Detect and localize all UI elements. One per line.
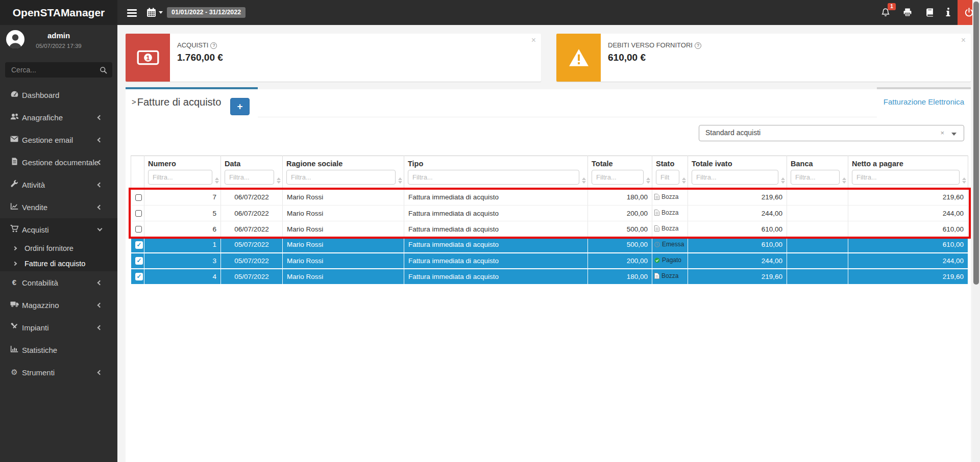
tab-fatture-di-acquisto[interactable]: >Fatture di acquisto + xyxy=(126,87,258,117)
table-row-invoice-1[interactable]: ✓105/07/2022Mario RossiFattura immediata… xyxy=(131,237,968,253)
docs-book-icon[interactable] xyxy=(925,8,934,19)
scrollbar-thumb[interactable] xyxy=(973,2,979,285)
help-icon[interactable]: ? xyxy=(695,42,701,49)
filter-input-netto-a-pagare[interactable] xyxy=(852,170,960,185)
sort-icons[interactable] xyxy=(962,175,966,186)
sidebar-item-anagrafiche[interactable]: Anagrafiche xyxy=(0,106,117,129)
help-icon[interactable]: ? xyxy=(210,42,217,49)
column-header-totale[interactable]: Totale xyxy=(588,156,652,169)
column-header-netto-a-pagare[interactable]: Netto a pagare xyxy=(848,156,968,169)
filter-cell-totale xyxy=(588,169,652,190)
select-clear-icon[interactable]: × xyxy=(940,129,944,137)
tab-title-text: Fatture di acquisto xyxy=(137,96,222,108)
table-row-invoice-6[interactable]: 606/07/2022Mario RossiFattura immediata … xyxy=(131,221,968,237)
sort-icons[interactable] xyxy=(398,175,402,186)
filter-input-stato[interactable] xyxy=(656,170,679,185)
checkbox-icon[interactable] xyxy=(135,194,142,201)
column-header-data[interactable]: Data xyxy=(221,156,283,169)
checkbox-checked-icon[interactable]: ✓ xyxy=(135,257,143,265)
sort-icons[interactable] xyxy=(582,175,586,186)
cell-data: 05/07/2022 xyxy=(221,269,283,285)
sidebar-item-label: Impianti xyxy=(22,323,49,332)
chevron-left-icon xyxy=(97,183,103,188)
sort-icons[interactable] xyxy=(682,175,686,186)
sidebar-subitem-fatture-di-acquisto[interactable]: Fatture di acquisto xyxy=(0,256,117,271)
cell-tipo: Fattura immediata di acquisto xyxy=(404,221,588,237)
cell-tipo: Fattura immediata di acquisto xyxy=(404,269,588,285)
sidebar-item-statistiche[interactable]: Statistiche xyxy=(0,339,117,361)
column-header-numero[interactable]: Numero xyxy=(144,156,221,169)
filter-input-ragione-sociale[interactable] xyxy=(286,170,396,185)
checkbox-checked-icon[interactable]: ✓ xyxy=(135,273,143,280)
sidebar-item-impianti[interactable]: Impianti xyxy=(0,316,117,339)
sidebar-subitem-ordini-fornitore[interactable]: Ordini fornitore xyxy=(0,241,117,256)
cell-cb: ✓ xyxy=(131,237,144,253)
cell-totale_ivato: 219,60 xyxy=(688,269,787,285)
sidebar-item-acquisti[interactable]: Acquisti xyxy=(0,218,117,241)
sort-icons[interactable] xyxy=(842,175,846,186)
cell-totale: 180,00 xyxy=(588,269,652,285)
filter-input-totale-ivato[interactable] xyxy=(692,170,778,185)
sidebar-item-attivit-[interactable]: Attività xyxy=(0,173,117,196)
cell-totale: 200,00 xyxy=(588,206,652,221)
sidebar-item-magazzino[interactable]: Magazzino xyxy=(0,294,117,316)
info-icon[interactable] xyxy=(946,7,951,19)
sort-icons[interactable] xyxy=(646,175,650,186)
date-range-badge[interactable]: 01/01/2022 - 31/12/2022 xyxy=(167,7,246,18)
sort-icons[interactable] xyxy=(277,175,281,186)
user-name: admin xyxy=(0,31,117,40)
table-row-invoice-5[interactable]: 506/07/2022Mario RossiFattura immediata … xyxy=(131,206,968,221)
module-select[interactable]: Standard acquisti × xyxy=(699,125,964,141)
chevron-left-icon xyxy=(97,325,103,330)
user-datetime: 05/07/2022 17:39 xyxy=(0,43,117,49)
checkbox-icon[interactable] xyxy=(135,226,142,233)
calendar-icon[interactable] xyxy=(146,8,156,19)
cell-tipo: Fattura immediata di acquisto xyxy=(404,253,588,269)
sidebar-item-vendite[interactable]: Vendite xyxy=(0,196,117,218)
table-row-invoice-3[interactable]: ✓305/07/2022Mario RossiFattura immediata… xyxy=(131,253,968,269)
euro-icon: € xyxy=(9,278,19,287)
column-header-stato[interactable]: Stato xyxy=(652,156,688,169)
hamburger-menu-icon[interactable] xyxy=(127,9,137,18)
search-icon[interactable] xyxy=(100,66,107,74)
filter-input-totale[interactable] xyxy=(592,170,644,185)
sort-icons[interactable] xyxy=(215,175,219,186)
sort-icons[interactable] xyxy=(781,175,785,186)
filter-cell-tipo xyxy=(404,169,588,190)
sidebar-item-gestione-documentale[interactable]: Gestione documentale xyxy=(0,151,117,173)
filter-cell-stato xyxy=(652,169,688,190)
cell-ragione_sociale: Mario Rossi xyxy=(283,253,404,269)
issued-icon xyxy=(654,242,660,249)
table-row-invoice-4[interactable]: ✓405/07/2022Mario RossiFattura immediata… xyxy=(131,269,968,285)
column-header-tipo[interactable]: Tipo xyxy=(404,156,588,169)
chevron-right-icon xyxy=(13,246,17,250)
cell-numero: 6 xyxy=(144,221,221,237)
topbar: OpenSTAManager 01/01/2022 - 31/12/2022 1 xyxy=(0,0,980,25)
table-row-invoice-7[interactable]: 706/07/2022Mario RossiFattura immediata … xyxy=(131,190,968,206)
close-icon[interactable]: × xyxy=(531,36,536,45)
add-invoice-button[interactable]: + xyxy=(230,98,250,115)
cell-stato: Bozza xyxy=(652,269,688,285)
column-header-ragione-sociale[interactable]: Ragione sociale xyxy=(283,156,404,169)
column-header-banca[interactable]: Banca xyxy=(787,156,848,169)
filter-input-banca[interactable] xyxy=(791,170,840,185)
checkbox-checked-icon[interactable]: ✓ xyxy=(135,241,143,249)
bar-chart-icon xyxy=(9,346,19,354)
sidebar-item-label: Anagrafiche xyxy=(22,113,63,122)
fatturazione-elettronica-link[interactable]: Fatturazione Elettronica xyxy=(884,97,964,106)
filter-input-data[interactable] xyxy=(225,170,274,185)
sidebar-item-contabilit-[interactable]: €Contabilità xyxy=(0,271,117,294)
filter-input-numero[interactable] xyxy=(148,170,212,185)
print-icon[interactable] xyxy=(903,8,912,19)
filter-input-tipo[interactable] xyxy=(408,170,579,185)
close-icon[interactable]: × xyxy=(961,36,966,45)
cell-totale: 500,00 xyxy=(588,221,652,237)
sidebar-item-gestione-email[interactable]: Gestione email xyxy=(0,129,117,151)
column-header-totale-ivato[interactable]: Totale ivato xyxy=(688,156,787,169)
sidebar-item-dashboard[interactable]: Dashboard xyxy=(0,84,117,106)
vertical-scrollbar[interactable] xyxy=(972,0,980,462)
sidebar-item-strumenti[interactable]: ⚙Strumenti xyxy=(0,361,117,383)
search-input[interactable] xyxy=(5,62,97,78)
sidebar-subitem-label: Fatture di acquisto xyxy=(24,260,85,268)
checkbox-icon[interactable] xyxy=(135,210,142,217)
